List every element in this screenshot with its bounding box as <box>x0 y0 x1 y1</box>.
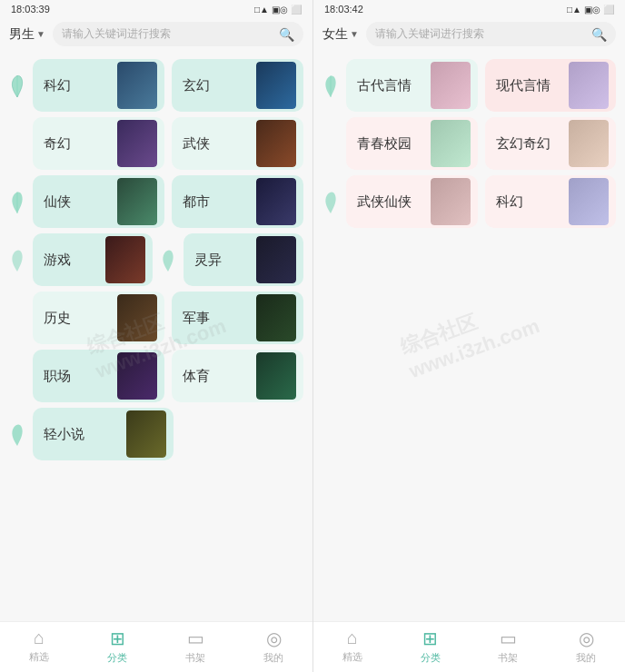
category-row-4: 游戏 灵异 <box>9 233 303 286</box>
category-card-dushi[interactable]: 都市 <box>172 175 303 228</box>
category-label-qihuan: 奇幻 <box>44 135 71 153</box>
category-label-dushi: 都市 <box>183 193 210 211</box>
category-img-zhichang <box>117 352 157 400</box>
category-card-zhichang[interactable]: 职场 <box>33 350 164 402</box>
category-row-1: 科幻 玄幻 <box>9 59 303 112</box>
category-card-gudaiyanlian[interactable]: 古代言情 <box>346 59 478 112</box>
category-label-qingchun: 青春校园 <box>357 135 412 153</box>
content-female: 古代言情 现代言情 青春校园 玄幻奇幻 <box>313 52 625 621</box>
content-male: 科幻 玄幻 奇幻 武侠 <box>0 52 312 621</box>
category-img-qingxiaoshuo <box>126 410 166 458</box>
category-card-junshi[interactable]: 军事 <box>172 292 303 344</box>
header-right: 女生 ▼ 请输入关键词进行搜索 🔍 <box>313 16 625 52</box>
gender-btn-female[interactable]: 女生 ▼ <box>322 26 359 43</box>
leaf-deco-4 <box>9 246 25 273</box>
nav-wode-icon-female: ◎ <box>579 628 594 649</box>
category-card-qingxiaoshuo[interactable]: 轻小说 <box>33 408 174 460</box>
leaf-deco-7 <box>9 420 25 448</box>
category-img-xianxia <box>117 178 157 225</box>
search-icon-male[interactable]: 🔍 <box>279 27 294 42</box>
nav-jingxuan-label-female: 精选 <box>342 650 362 664</box>
nav-fenlei-label-female: 分类 <box>421 651 441 665</box>
category-label-lingyi: 灵异 <box>194 252 222 269</box>
nav-fenlei-male[interactable]: ⊞ 分类 <box>78 628 156 665</box>
category-img-gudaiyanlian <box>431 62 471 109</box>
category-img-xuanhuan2 <box>569 120 609 167</box>
category-card-xuanhuan[interactable]: 玄幻 <box>172 59 303 112</box>
category-row-f1: 古代言情 现代言情 <box>322 59 616 112</box>
leaf-deco-1 <box>9 72 25 99</box>
nav-shujia-male[interactable]: ▭ 书架 <box>156 628 234 665</box>
category-img-scifi2 <box>569 178 609 225</box>
category-card-wuxia[interactable]: 武侠 <box>172 117 303 170</box>
category-row-3: 仙侠 都市 <box>9 175 303 228</box>
category-label-scifi: 科幻 <box>44 77 71 94</box>
search-placeholder-female: 请输入关键词进行搜索 <box>375 26 586 42</box>
header-left: 男生 ▼ 请输入关键词进行搜索 🔍 <box>0 16 312 52</box>
category-img-dushi <box>256 178 296 225</box>
status-icons-left: □▲ ▣◎ ⬜ <box>254 5 302 15</box>
male-panel: 综合社区www.i3zh.com 18:03:39 □▲ ▣◎ ⬜ 男生 ▼ 请… <box>0 0 312 672</box>
category-label-zhichang: 职场 <box>44 368 71 385</box>
nav-shujia-label-female: 书架 <box>498 651 518 665</box>
nav-fenlei-female[interactable]: ⊞ 分类 <box>392 628 470 665</box>
category-label-wuxiaxianxia: 武侠仙侠 <box>357 193 412 211</box>
category-card-youxi[interactable]: 游戏 <box>33 233 153 286</box>
bottom-nav-female: ⌂ 精选 ⊞ 分类 ▭ 书架 ◎ 我的 <box>313 621 625 672</box>
category-card-scifi[interactable]: 科幻 <box>33 59 164 112</box>
nav-jingxuan-female[interactable]: ⌂ 精选 <box>313 628 392 665</box>
category-img-wuxiaxianxia <box>431 178 471 225</box>
nav-fenlei-icon-female: ⊞ <box>422 628 438 649</box>
leaf-deco-3 <box>9 188 25 215</box>
category-card-wuxiaxianxia[interactable]: 武侠仙侠 <box>346 175 478 228</box>
category-label-xuanhuan2: 玄幻奇幻 <box>496 135 551 153</box>
category-label-xuanhuan: 玄幻 <box>183 77 210 94</box>
category-img-lishi <box>117 294 157 341</box>
category-card-xianxia[interactable]: 仙侠 <box>33 175 164 228</box>
category-img-qihuan <box>117 120 157 167</box>
category-img-wuxia <box>256 120 296 167</box>
category-card-lingyi[interactable]: 灵异 <box>184 233 303 286</box>
nav-wode-male[interactable]: ◎ 我的 <box>234 628 312 665</box>
category-row-7: 轻小说 <box>9 408 303 460</box>
search-icon-female[interactable]: 🔍 <box>591 27 607 42</box>
category-label-scifi2: 科幻 <box>496 193 523 211</box>
gender-chevron-male: ▼ <box>36 29 45 39</box>
gender-label-male: 男生 <box>9 26 35 43</box>
category-card-lishi[interactable]: 历史 <box>33 292 164 344</box>
status-time-right: 18:03:42 <box>324 4 363 15</box>
category-img-scifi <box>117 62 157 109</box>
nav-shujia-female[interactable]: ▭ 书架 <box>470 628 548 665</box>
category-img-junshi <box>256 294 296 341</box>
leaf-deco-f3 <box>322 188 339 215</box>
category-row-5: 历史 军事 <box>9 292 303 344</box>
bottom-nav-male: ⌂ 精选 ⊞ 分类 ▭ 书架 ◎ 我的 <box>0 621 312 672</box>
category-card-xuanhuan2[interactable]: 玄幻奇幻 <box>485 117 617 170</box>
category-card-qihuan[interactable]: 奇幻 <box>33 117 164 170</box>
search-bar-female[interactable]: 请输入关键词进行搜索 🔍 <box>366 22 616 46</box>
category-label-xianxia: 仙侠 <box>44 193 71 211</box>
gender-label-female: 女生 <box>322 26 348 43</box>
category-card-scifi2[interactable]: 科幻 <box>485 175 617 228</box>
nav-shujia-label-male: 书架 <box>185 651 205 665</box>
nav-fenlei-label-male: 分类 <box>107 651 127 665</box>
category-card-xiandaiyanlian[interactable]: 现代言情 <box>485 59 617 112</box>
nav-wode-label-female: 我的 <box>576 651 596 665</box>
search-bar-male[interactable]: 请输入关键词进行搜索 🔍 <box>53 22 303 46</box>
category-row-2: 奇幻 武侠 <box>9 117 303 170</box>
nav-jingxuan-male[interactable]: ⌂ 精选 <box>0 628 78 665</box>
nav-home-icon-female: ⌂ <box>347 628 358 648</box>
category-row-f3: 武侠仙侠 科幻 <box>322 175 616 228</box>
category-row-6: 职场 体育 <box>9 350 303 402</box>
female-panel: 综合社区www.i3zh.com 18:03:42 □▲ ▣◎ ⬜ 女生 ▼ 请… <box>312 0 625 672</box>
category-card-tiyu[interactable]: 体育 <box>172 350 303 402</box>
nav-wode-icon-male: ◎ <box>266 628 282 649</box>
category-label-lishi: 历史 <box>44 310 71 327</box>
nav-wode-female[interactable]: ◎ 我的 <box>547 628 625 665</box>
nav-jingxuan-label-male: 精选 <box>29 650 49 664</box>
category-label-youxi: 游戏 <box>44 252 71 269</box>
search-placeholder-male: 请输入关键词进行搜索 <box>62 26 273 42</box>
category-card-qingchun[interactable]: 青春校园 <box>346 117 478 170</box>
category-img-youxi <box>105 236 145 283</box>
gender-btn-male[interactable]: 男生 ▼ <box>9 26 45 43</box>
